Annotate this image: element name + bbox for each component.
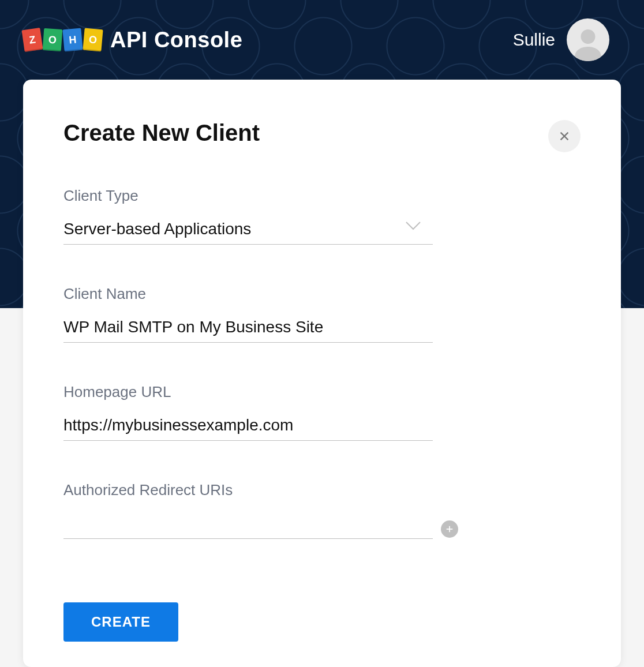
- logo-letter-z: Z: [22, 28, 43, 52]
- client-name-field: Client Name: [63, 285, 433, 343]
- client-type-select[interactable]: Server-based Applications: [63, 216, 433, 245]
- card-header: Create New Client: [63, 120, 581, 152]
- plus-icon: [445, 524, 454, 534]
- redirect-uris-input[interactable]: [63, 511, 433, 539]
- logo-letter-h: H: [62, 28, 83, 52]
- client-name-input[interactable]: [63, 314, 433, 343]
- close-button[interactable]: [548, 120, 581, 152]
- redirect-uris-field: Authorized Redirect URIs: [63, 481, 433, 539]
- user-name-label: Sullie: [513, 30, 555, 50]
- brand-block: Z O H O API Console: [23, 28, 242, 53]
- create-client-card: Create New Client Client Type Server-bas…: [23, 80, 621, 667]
- user-menu[interactable]: Sullie: [513, 18, 609, 61]
- zoho-logo: Z O H O: [23, 29, 102, 51]
- logo-letter-o1: O: [43, 28, 63, 51]
- client-type-value[interactable]: Server-based Applications: [63, 216, 433, 245]
- homepage-url-field: Homepage URL: [63, 383, 433, 441]
- homepage-url-input[interactable]: [63, 413, 433, 441]
- logo-letter-o2: O: [83, 28, 103, 52]
- user-icon: [571, 27, 605, 61]
- avatar[interactable]: [567, 18, 609, 61]
- app-title: API Console: [110, 28, 242, 53]
- add-redirect-uri-button[interactable]: [441, 520, 458, 538]
- client-name-label: Client Name: [63, 285, 433, 303]
- client-type-field: Client Type Server-based Applications: [63, 187, 433, 245]
- app-header: Z O H O API Console Sullie: [0, 0, 644, 80]
- homepage-url-label: Homepage URL: [63, 383, 433, 401]
- create-button[interactable]: CREATE: [63, 602, 178, 642]
- close-icon: [558, 130, 571, 143]
- page-title: Create New Client: [63, 120, 260, 146]
- redirect-uris-label: Authorized Redirect URIs: [63, 481, 433, 499]
- client-type-label: Client Type: [63, 187, 433, 205]
